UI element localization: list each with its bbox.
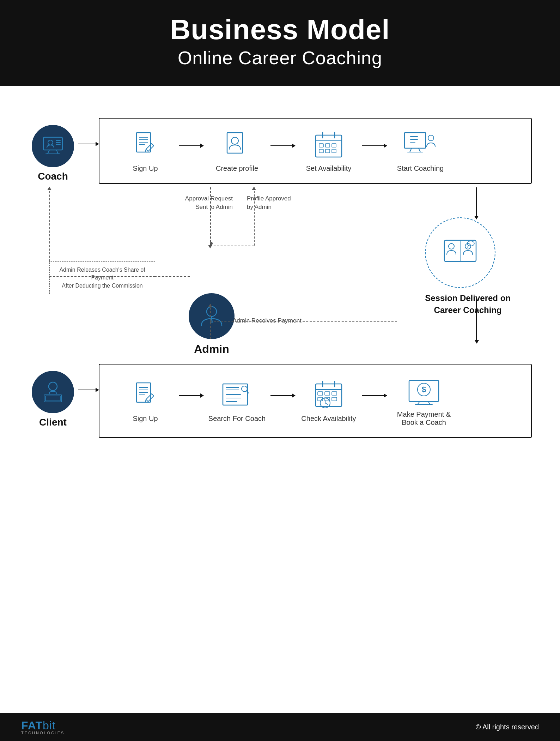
svg-line-1 xyxy=(48,150,49,154)
svg-rect-17 xyxy=(316,135,342,157)
svg-point-16 xyxy=(231,137,238,144)
footer-logo-bit: bit xyxy=(43,719,56,732)
coach-step-create-profile: Create profile xyxy=(205,129,269,173)
coach-flow-box: Sign Up Create profile xyxy=(99,118,532,184)
client-step-signup: Sign Up xyxy=(114,379,177,423)
svg-rect-26 xyxy=(332,149,336,153)
svg-rect-47 xyxy=(45,396,60,401)
svg-rect-27 xyxy=(404,133,426,148)
coach-label: Coach xyxy=(38,171,68,182)
coach-set-availability-label: Set Availability xyxy=(306,164,352,173)
svg-line-40 xyxy=(467,246,469,247)
admin-release-annotation: Admin Releases Coach's Share of PaymentA… xyxy=(49,261,155,294)
admin-release-text: Admin Releases Coach's Share of PaymentA… xyxy=(56,266,148,290)
profile-approved-text: Profile Approvedby Admin xyxy=(247,194,303,211)
svg-rect-15 xyxy=(227,133,243,153)
coach-create-profile-label: Create profile xyxy=(216,164,258,173)
svg-line-29 xyxy=(419,148,420,152)
coach-step-set-availability: Set Availability xyxy=(297,129,360,173)
coach-signup-label: Sign Up xyxy=(133,164,158,173)
svg-point-4 xyxy=(48,140,53,145)
svg-line-28 xyxy=(410,148,412,152)
svg-rect-25 xyxy=(325,149,330,153)
client-signup-label: Sign Up xyxy=(133,415,158,423)
svg-line-13 xyxy=(152,144,154,146)
client-search-label: Search For Coach xyxy=(208,415,266,423)
profile-approved-annotation: Profile Approvedby Admin xyxy=(247,194,303,211)
coach-step-signup: Sign Up xyxy=(114,129,177,173)
svg-line-2 xyxy=(56,150,58,154)
coach-start-coaching-label: Start Coaching xyxy=(397,164,444,173)
admin-receives-annotation: Admin Receives Payment xyxy=(233,317,302,325)
coach-actor: Coach xyxy=(28,125,78,182)
client-step-search: Search For Coach xyxy=(205,379,269,423)
svg-point-31 xyxy=(428,135,434,141)
session-delivered: Session Delivered onCareer Coaching xyxy=(425,217,511,316)
footer-logo-fat: FAT xyxy=(21,719,43,732)
svg-point-37 xyxy=(449,243,454,249)
admin-circle-container: Admin xyxy=(189,247,235,356)
svg-rect-22 xyxy=(325,144,330,147)
header-title: Business Model xyxy=(0,14,560,45)
svg-line-74 xyxy=(325,403,328,404)
client-check-label: Check Availability xyxy=(301,415,356,423)
svg-rect-68 xyxy=(332,392,337,395)
coach-step-start-coaching: Start Coaching xyxy=(389,129,452,173)
admin-actor xyxy=(209,242,213,245)
footer-logo-sub: TECHNOLOGIES xyxy=(21,731,65,735)
svg-point-41 xyxy=(207,307,217,317)
svg-text:$: $ xyxy=(422,385,426,394)
client-label: Client xyxy=(39,417,67,428)
svg-point-45 xyxy=(49,382,57,391)
header: Business Model Online Career Coaching xyxy=(0,0,560,86)
client-actor: Client xyxy=(28,371,78,428)
approval-request-text: Approval RequestSent to Admin xyxy=(176,194,233,211)
footer-logo: FATbit TECHNOLOGIES xyxy=(21,719,65,735)
header-subtitle: Online Career Coaching xyxy=(0,47,560,68)
session-label: Session Delivered onCareer Coaching xyxy=(425,292,511,316)
client-step-check-availability: Check Availability xyxy=(297,379,360,423)
svg-rect-66 xyxy=(318,392,323,395)
admin-label: Admin xyxy=(194,343,229,356)
svg-rect-21 xyxy=(319,144,323,147)
admin-receives-text: Admin Receives Payment xyxy=(233,317,302,325)
approval-request-annotation: Approval RequestSent to Admin xyxy=(176,194,233,211)
svg-rect-71 xyxy=(332,397,337,401)
client-payment-label: Make Payment &Book a Coach xyxy=(390,410,457,427)
svg-rect-23 xyxy=(332,144,336,147)
client-flow-box: Sign Up xyxy=(99,364,532,438)
svg-rect-67 xyxy=(325,392,330,395)
client-step-payment: $ Make Payment &Book a Coach xyxy=(389,375,459,427)
footer-rights: © All rights reserved xyxy=(476,723,539,731)
footer: FATbit TECHNOLOGIES © All rights reserve… xyxy=(0,713,560,741)
svg-rect-24 xyxy=(319,149,323,153)
